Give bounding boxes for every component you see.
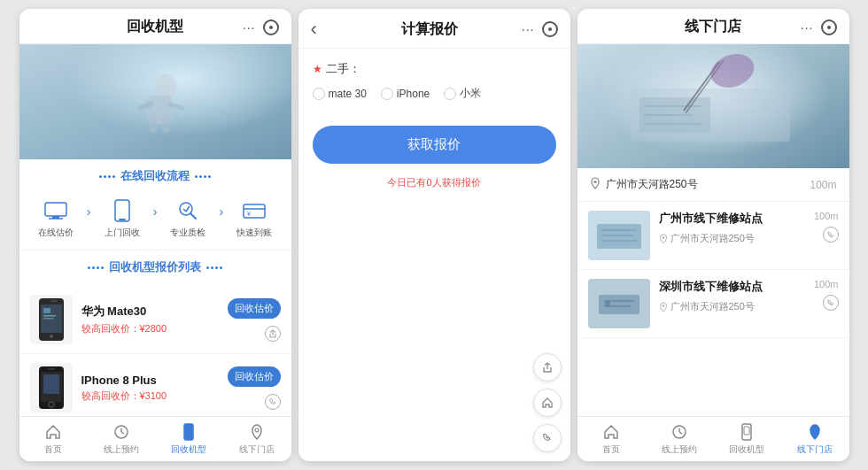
float-share-icon[interactable]: [533, 353, 562, 381]
shenzhen-store-actions: 100m: [814, 279, 839, 311]
svg-rect-6: [45, 203, 66, 216]
share-icon[interactable]: [265, 326, 281, 342]
form-condition-label: ★ 二手：: [313, 61, 556, 77]
svg-text:¥: ¥: [247, 211, 251, 217]
radio-circle-mate30: [313, 88, 325, 100]
guangzhou-distance: 100m: [814, 211, 839, 221]
monitor-icon: [40, 198, 72, 223]
price-item-iphone8plus: IPhone 8 Plus 较高回收价：¥3100 回收估价: [19, 354, 291, 416]
title-dots-right: [195, 175, 211, 178]
iphone8plus-name: IPhone 8 Plus: [81, 374, 219, 387]
radio-circle-xiaomi: [444, 88, 456, 100]
floating-side-icons: [533, 353, 562, 452]
home-icon3: [601, 422, 621, 442]
radio-xiaomi[interactable]: 小米: [444, 86, 481, 101]
radio-iphone[interactable]: iPhone: [381, 88, 430, 100]
radio-label-xiaomi: 小米: [460, 86, 481, 101]
phone1-body: 在线回收流程 在线估价: [19, 44, 291, 416]
svg-rect-29: [48, 368, 55, 370]
guangzhou-store-name: 广州市线下维修站点: [659, 211, 805, 227]
guangzhou-store-info: 广州市线下维修站点 广州市天河路250号: [659, 211, 805, 245]
arrow1: ›: [87, 204, 91, 219]
svg-rect-64: [744, 427, 749, 435]
nav3-appointment[interactable]: 线上预约: [645, 417, 713, 461]
iphone8plus-price: 较高回收价：¥3100: [81, 389, 219, 403]
nav3-recycle[interactable]: 回收机型: [713, 417, 781, 461]
hero-person-bg: [19, 44, 291, 159]
call-icon-shenzhen[interactable]: [823, 295, 839, 311]
menu-dots-icon2[interactable]: ···: [522, 22, 535, 36]
menu-dots-icon[interactable]: ···: [243, 20, 256, 35]
mate30-name: 华为 Mate30: [81, 304, 219, 320]
store-item-guangzhou: 广州市线下维修站点 广州市天河路250号 100m: [577, 202, 849, 270]
flow-step-pickup: 上门回收: [94, 198, 149, 239]
svg-rect-49: [597, 224, 641, 249]
target-icon2[interactable]: [542, 21, 558, 37]
radio-label-mate30: mate 30: [329, 88, 367, 100]
svg-point-20: [50, 335, 53, 338]
nav-appointment-label: 线上预约: [104, 443, 139, 456]
nav3-home[interactable]: 首页: [577, 417, 646, 461]
price-note: 今日已有0人获得报价: [298, 173, 570, 198]
store-item-shenzhen: 深圳市线下维修站点 广州市天河路250号 100m: [577, 270, 849, 338]
nav-appointment[interactable]: 线上预约: [87, 417, 155, 461]
svg-point-53: [662, 236, 663, 238]
flow-step-payment: ¥ 快速到账: [227, 198, 282, 239]
svg-point-37: [255, 428, 259, 432]
location-pin-icon: [590, 177, 601, 192]
price-item-mate30: 华为 Mate30 较高回收价：¥2800 回收估价: [19, 286, 291, 354]
target-icon[interactable]: [263, 19, 279, 35]
float-home-icon[interactable]: [533, 389, 562, 417]
radio-mate30[interactable]: mate 30: [313, 88, 367, 100]
nav3-store[interactable]: 线下门店: [781, 417, 849, 461]
call-icon-guangzhou[interactable]: [823, 227, 839, 243]
home-icon: [43, 422, 63, 442]
phone3-header: 线下门店 ···: [577, 9, 849, 44]
phone3-header-icons: ···: [801, 19, 837, 35]
menu-dots-icon3[interactable]: ···: [801, 20, 814, 35]
shenzhen-store-addr: 广州市天河路250号: [659, 300, 805, 313]
step1-label: 在线估价: [38, 227, 74, 239]
recycle-phone-icon: [179, 422, 198, 442]
shenzhen-distance: 100m: [814, 279, 839, 289]
nav3-store-label: 线下门店: [797, 443, 833, 456]
phone1-header-icons: ···: [243, 19, 279, 35]
nav-store-label: 线下门店: [239, 443, 275, 456]
mate30-actions: 回收估价: [228, 298, 281, 342]
flow-step-estimate: 在线估价: [28, 198, 83, 239]
phone1-header: 回收机型 ···: [19, 9, 291, 44]
arrow3: ›: [220, 204, 224, 219]
svg-line-14: [186, 206, 190, 212]
back-button[interactable]: ‹: [311, 18, 337, 41]
nav-recycle[interactable]: 回收机型: [155, 417, 223, 461]
svg-point-47: [593, 181, 596, 183]
main-store-address-text: 广州市天河路250号: [606, 177, 805, 192]
svg-line-12: [190, 213, 196, 219]
phone2-header-icons: ···: [522, 21, 558, 37]
payment-icon: ¥: [238, 198, 270, 223]
svg-line-62: [679, 432, 682, 434]
clock-icon3: [670, 422, 689, 442]
title2-dots-right: [206, 266, 222, 269]
svg-rect-24: [43, 318, 54, 320]
phone2-title: 计算报价: [337, 20, 522, 39]
nav-store[interactable]: 线下门店: [223, 417, 291, 461]
phone-pickup-icon: [106, 198, 138, 223]
phone3-bottom-nav: 首页 线上预约 回收机: [577, 416, 849, 461]
section1-title: 在线回收流程: [19, 159, 291, 191]
main-store-distance: 100m: [810, 179, 836, 191]
svg-rect-22: [43, 308, 50, 313]
nav-recycle-label: 回收机型: [171, 443, 206, 456]
shenzhen-store-img: [588, 279, 650, 328]
iphone8plus-info: IPhone 8 Plus 较高回收价：¥3100: [81, 374, 219, 403]
hero-store-bg: [577, 44, 849, 168]
nav-home[interactable]: 首页: [19, 417, 88, 461]
title2-dots-left: [88, 266, 104, 269]
float-phone-icon[interactable]: [533, 424, 562, 452]
target-icon3[interactable]: [821, 19, 837, 35]
mate30-estimate-btn[interactable]: 回收估价: [228, 298, 281, 319]
get-price-button[interactable]: 获取报价: [313, 126, 556, 164]
svg-point-59: [662, 304, 663, 306]
iphone8plus-estimate-btn[interactable]: 回收估价: [228, 366, 281, 387]
phone-call-icon[interactable]: [265, 394, 281, 410]
